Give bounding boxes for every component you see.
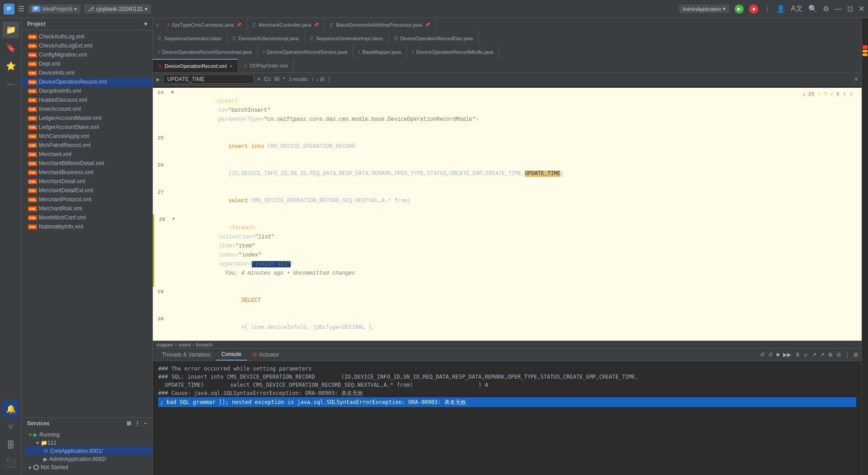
bottom-tab-threads[interactable]: Threads & Variables bbox=[156, 349, 216, 360]
hamburger-menu[interactable]: ☰ bbox=[18, 5, 24, 13]
console-rerun-icon[interactable]: ↺ bbox=[760, 352, 764, 358]
translate-icon[interactable]: A文 bbox=[791, 4, 803, 14]
tree-item-nationalityinfo[interactable]: XML NationalityInfo.xml bbox=[22, 222, 152, 231]
tab-dopayorder[interactable]: ⊙ DOPayOrder.xml bbox=[238, 59, 293, 72]
tab-deviceoperationrecorddao[interactable]: D DeviceOperationRecordDao.java bbox=[389, 32, 479, 45]
search-more-btn[interactable]: ⋮ bbox=[326, 76, 332, 82]
more-actions[interactable]: ⋮ bbox=[764, 5, 771, 13]
tab-type-icon: C bbox=[330, 23, 333, 28]
console-stop-icon[interactable]: ■ bbox=[776, 352, 779, 358]
search-toggle-case[interactable]: Cc bbox=[264, 76, 271, 82]
branch-selector[interactable]: ⎇ cjsybank-20240131 ▾ bbox=[84, 5, 151, 14]
search-left-expand[interactable]: ▸ bbox=[156, 76, 160, 83]
tab-deviceinfoserviceimpl[interactable]: C DeviceInfoServiceImpl.java bbox=[227, 32, 305, 45]
tree-item-dept[interactable]: XML Dept.xml bbox=[22, 59, 152, 68]
console-stepover-icon[interactable]: ↗ bbox=[820, 352, 825, 358]
console-output[interactable]: ### The error occurred while setting par… bbox=[153, 361, 862, 475]
gutter-up[interactable]: ∧ bbox=[843, 90, 846, 99]
search-clear-btn[interactable]: × bbox=[257, 76, 260, 82]
tree-item-checkautolog[interactable]: XML CheckAuthLog.xml bbox=[22, 32, 152, 41]
tab-row1-scroll-left[interactable]: ‹ bbox=[153, 21, 162, 28]
tree-item-monthmchconf[interactable]: XML MonthMchConf.xml bbox=[22, 213, 152, 222]
tab-sequencegeneratorimpl[interactable]: C SequenceGeneratorImpl.class bbox=[305, 32, 389, 45]
tree-item-inneraccount[interactable]: XML InnerAccount.xml bbox=[22, 104, 152, 114]
tree-item-merchantrisk[interactable]: XML MerchantRisk.xml bbox=[22, 204, 152, 213]
services-close-icon[interactable]: − bbox=[144, 420, 147, 427]
search-close-btn[interactable]: × bbox=[854, 76, 858, 83]
tree-item-merchant[interactable]: XML Merchant.xml bbox=[22, 150, 152, 159]
services-item-notstarted[interactable]: ▸ Not Started bbox=[25, 463, 152, 471]
profile-icon[interactable]: 👤 bbox=[776, 5, 785, 13]
search-toggle-word[interactable]: W bbox=[274, 76, 279, 82]
activity-notification[interactable]: 🔔 bbox=[3, 401, 19, 417]
tree-item-huabeidiscount[interactable]: XML HuabeiDiscount.xml bbox=[22, 95, 152, 104]
services-item-cmsapplication[interactable]: ⚙ CmsApplication:8001/ bbox=[25, 447, 152, 455]
services-item-running[interactable]: ▾ ▶ Running bbox=[25, 431, 152, 439]
tree-item-disciplineinfo[interactable]: XML DisciplineInfo.xml bbox=[22, 86, 152, 95]
console-pause-icon[interactable]: ⏸ bbox=[795, 352, 800, 358]
sidebar-tree[interactable]: XML CheckAuthLog.xml XML CheckAuthLogExt… bbox=[22, 30, 152, 418]
tab-close[interactable]: × bbox=[230, 63, 232, 69]
console-step-icon[interactable]: ↙ bbox=[804, 352, 808, 358]
tree-item-deviceoperationrecord[interactable]: XML DeviceOperationRecord.xml bbox=[22, 77, 152, 86]
console-more-icon[interactable]: ⋮ bbox=[844, 352, 850, 358]
services-expand-icon[interactable]: ⊞ bbox=[127, 420, 131, 427]
tree-item-merchantbillnotedetail[interactable]: XML MerchantBillNoteDetail.xml bbox=[22, 159, 152, 168]
tree-item-deviceinfo[interactable]: XML DeviceInfo.xml bbox=[22, 68, 152, 77]
console-play-icon[interactable]: ▶▶ bbox=[783, 352, 791, 358]
tab-deviceoperationrecordservice[interactable]: I DeviceOperationRecordService.java bbox=[258, 45, 353, 59]
tree-item-merchantprotocol[interactable]: XML MerchantProtocol.xml bbox=[22, 195, 152, 204]
services-item-111[interactable]: ▾ 📁 111 bbox=[25, 439, 152, 447]
close-button[interactable]: ✕ bbox=[859, 5, 864, 13]
activity-project[interactable]: 📁 bbox=[3, 22, 19, 38]
tree-item-ledgeraccountmaster[interactable]: XML LedgerAccountMaster.xml bbox=[22, 114, 152, 123]
tab-sequencegenerator[interactable]: C SequenceGenerator.class bbox=[153, 32, 227, 45]
console-expand-icon[interactable]: ⊞ bbox=[854, 352, 858, 358]
maximize-button[interactable]: ⊡ bbox=[847, 5, 853, 13]
tree-item-ledgeraccountslave[interactable]: XML LedgerAccountSlave.xml bbox=[22, 123, 152, 132]
gutter-down[interactable]: ∨ bbox=[849, 90, 853, 99]
console-resume-icon[interactable]: ↺ bbox=[768, 352, 773, 358]
tree-item-checkautologext[interactable]: XML CheckAuthLogExt.xml bbox=[22, 41, 152, 50]
bottom-tab-console[interactable]: Console bbox=[216, 349, 247, 361]
project-selector[interactable]: IP IdeaProjects ▾ bbox=[28, 5, 80, 14]
bottom-tab-actuator[interactable]: ⚙Actuator bbox=[247, 349, 285, 360]
stop-button[interactable]: ■ bbox=[749, 5, 758, 14]
tab-deviceoperationrecord-xml[interactable]: ⊙ DeviceOperationRecord.xml × bbox=[153, 59, 238, 72]
tree-item-merchantbusiness[interactable]: XML MerchantBusiness.xml bbox=[22, 168, 152, 177]
settings-icon[interactable]: ⚙ bbox=[823, 5, 829, 13]
search-next-btn[interactable]: ↓ bbox=[316, 76, 318, 82]
search-icon[interactable]: 🔍 bbox=[808, 5, 817, 13]
code-editor[interactable]: ⚠ 23 ⚡ 7 ✓ 8 ∧ ∨ 24 ● <insert id="batchI… bbox=[153, 86, 862, 348]
services-item-adminapplication[interactable]: ▶ AdminApplication:8082/ bbox=[25, 455, 152, 463]
tab-basemapper[interactable]: I BaseMapper.java bbox=[353, 45, 407, 59]
tab-systypecmsconstants[interactable]: I SysTypeCmsConstants.java 📌 bbox=[162, 18, 247, 32]
services-more-icon[interactable]: ⋮ bbox=[135, 420, 140, 427]
search-input[interactable] bbox=[163, 75, 254, 84]
admin-selector[interactable]: AdminApplication ▾ bbox=[679, 5, 729, 13]
activity-more[interactable]: ⋯ bbox=[3, 76, 19, 92]
search-toggle-regex[interactable]: * bbox=[283, 76, 285, 82]
tree-item-merchantdetailext[interactable]: XML MerchantDetailExt.xml bbox=[22, 186, 152, 195]
code-line-25: 25 insert into CMS_DEVICE_OPERATION_RECO… bbox=[153, 133, 862, 160]
tree-item-configmigration[interactable]: XML ConfigMigration.xml bbox=[22, 50, 152, 59]
tab-batchdeviceinfo[interactable]: C BatchDeviceInfoAddImpProcessor.java 📌 bbox=[325, 18, 435, 32]
console-clear-icon[interactable]: ⊘ bbox=[836, 352, 841, 358]
tree-item-merchantdetail[interactable]: XML MerchantDetail.xml bbox=[22, 177, 152, 186]
activity-git[interactable]: ⑂ bbox=[3, 419, 19, 435]
search-filter-btn[interactable]: ⊟ bbox=[320, 76, 325, 82]
search-prev-btn[interactable]: ↑ bbox=[311, 76, 314, 82]
activity-db[interactable]: 🗄 bbox=[3, 437, 19, 453]
console-stepout-icon[interactable]: ↗ bbox=[812, 352, 816, 358]
activity-terminal[interactable]: ⬛ bbox=[3, 455, 19, 471]
minimize-button[interactable]: — bbox=[835, 5, 842, 13]
tab-deviceoperationrecordserviceimpl[interactable]: I DeviceOperationRecordServiceImpl.java bbox=[153, 45, 258, 59]
tree-item-mchpatrolrecord[interactable]: XML MchPatrolRecord.xml bbox=[22, 141, 152, 150]
tab-merchantcontroller[interactable]: C MerchantController.java 📌 bbox=[247, 18, 325, 32]
tab-deviceoperationrecordmodle[interactable]: I DeviceOperationRecordModle.java bbox=[407, 45, 499, 59]
activity-favorites[interactable]: ⭐ bbox=[3, 58, 19, 74]
tree-item-mchcancelapply[interactable]: XML MchCancelApply.xml bbox=[22, 132, 152, 141]
run-button[interactable]: ▶ bbox=[735, 5, 744, 14]
activity-bookmarks[interactable]: 🔖 bbox=[3, 40, 19, 56]
console-breakpoint-icon[interactable]: ⊕ bbox=[828, 352, 833, 358]
